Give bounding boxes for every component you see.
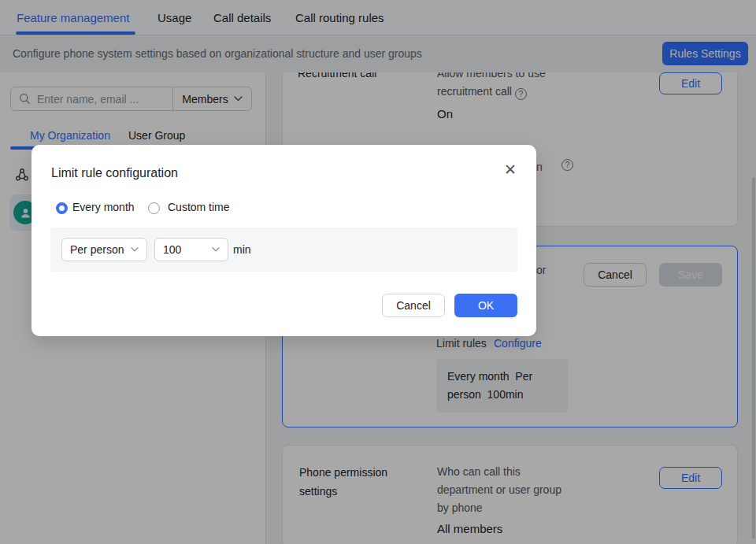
app-window: Feature management Usage Call details Ca…	[0, 0, 756, 544]
radio-custom-time-label[interactable]: Custom time	[168, 201, 230, 213]
limit-rule-configuration-modal: Limit rule configuration ✕ Every month C…	[32, 145, 536, 336]
modal-cancel-button[interactable]: Cancel	[382, 294, 445, 317]
amount-select-value: 100	[163, 243, 181, 256]
radio-every-month-label[interactable]: Every month	[72, 201, 135, 213]
unit-label: min	[233, 243, 251, 256]
close-icon[interactable]: ✕	[502, 161, 519, 178]
limit-rule-panel: Per person 100 min	[50, 228, 517, 272]
chevron-down-icon	[212, 247, 220, 252]
modal-ok-button[interactable]: OK	[454, 294, 517, 317]
period-select-value: Per person	[70, 243, 124, 256]
chevron-down-icon	[131, 247, 139, 252]
modal-title: Limit rule configuration	[51, 166, 178, 180]
radio-custom-time[interactable]	[148, 202, 160, 214]
period-select[interactable]: Per person	[61, 238, 147, 261]
amount-select[interactable]: 100	[154, 238, 228, 261]
radio-every-month[interactable]	[56, 202, 68, 214]
